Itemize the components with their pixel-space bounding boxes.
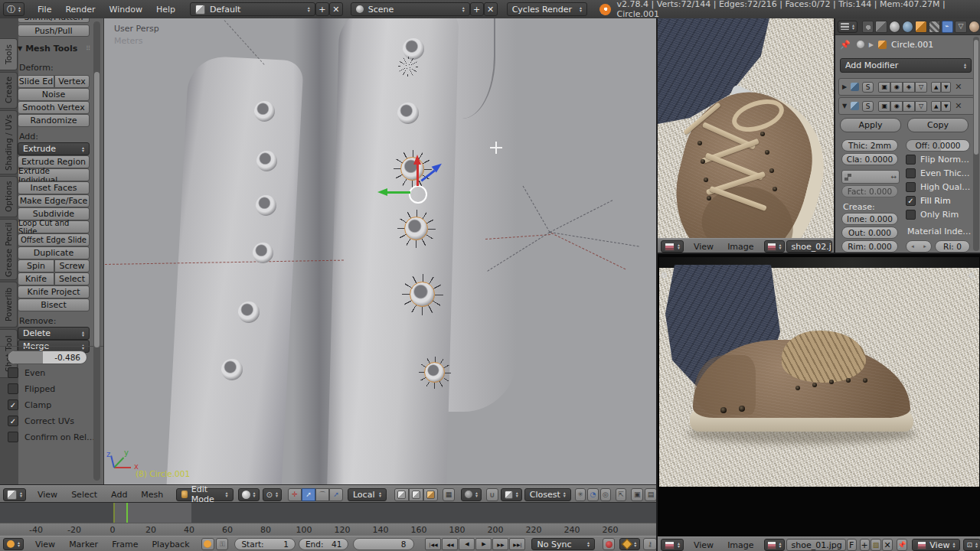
tab-constraints-icon[interactable] [929,21,940,33]
vertex-select-toggle[interactable] [394,488,409,501]
sync-mode-selector[interactable]: No Sync ▴▾ [531,538,595,550]
manipulator-rotate-toggle[interactable]: ⌒ [315,488,329,501]
flipped-checkbox[interactable] [8,383,18,394]
eyelet[interactable] [397,103,419,124]
apply-modifier-button[interactable]: Apply [840,118,901,132]
properties-editor-selector[interactable]: ▴▾ [838,21,858,33]
subsurf-toggle[interactable]: S [862,82,874,93]
extrude-individual-button[interactable]: Extrude Individual [18,168,90,181]
viewport-3d[interactable]: User Persp Meters (8) Circle.001 x y z [103,18,657,485]
move-modifier-down-button[interactable]: ▼ [941,82,951,93]
tab-modifiers-icon[interactable]: ⌁ [942,21,953,33]
fill-rim-row[interactable]: Fill Rim [906,196,973,206]
eyelet[interactable] [221,359,243,380]
cage-toggle[interactable]: ▽ [915,101,927,112]
timeline-menu-view[interactable]: View [28,540,62,549]
add-modifier-dropdown[interactable]: Add Modifier ▴▾ [840,58,972,73]
spin-button[interactable]: Spin [18,259,54,272]
delete-modifier-icon[interactable]: ✕ [955,101,962,111]
knife-project-button[interactable]: Knife Project [18,285,90,298]
cage-toggle[interactable]: ▽ [915,82,927,93]
eyelet[interactable] [256,195,276,216]
render-engine-selector[interactable]: Cycles Render ▴▾ [507,2,587,16]
menu-view[interactable]: View [31,490,64,500]
next-keyframe-button[interactable]: ▶▶ [492,538,508,550]
screw-button[interactable]: Screw [54,259,90,272]
new-image-button[interactable]: + [860,539,870,551]
extrude-dropdown[interactable]: Extrude ▴▾ [18,142,90,155]
shrink-flatten-button[interactable]: Shrink/Flatten [18,18,90,23]
orientation-selector[interactable]: Local ▴▾ [348,488,387,501]
vertex-group-field[interactable]: ↔ [841,170,900,184]
properties-scrollbar[interactable] [973,37,979,251]
arrow-right-icon[interactable]: ▸ [923,243,926,249]
push-pull-button[interactable]: Push/Pull [18,24,90,37]
inset-faces-button[interactable]: Inset Faces [18,181,90,194]
tab-grease-pencil[interactable]: Grease Pencil [0,219,18,280]
image-menu-view[interactable]: View [687,540,720,550]
menu-window[interactable]: Window [103,5,149,15]
randomize-button[interactable]: Randomize [18,114,90,127]
snap-project-toggle[interactable]: ◎ [600,488,611,501]
manipulator-circle[interactable] [409,185,427,204]
slide-edge-button[interactable]: Slide Ed [18,75,54,88]
scene-close-button[interactable]: ✕ [484,2,498,16]
viewport-visibility-toggle[interactable]: ◉ [890,82,903,93]
loop-cut-button[interactable]: Loop Cut and Slide [18,220,90,233]
timeline-menu-marker[interactable]: Marker [62,540,105,549]
pin-image-button[interactable]: 📌 [897,539,908,551]
only-rim-row[interactable]: Only Rim [906,210,973,220]
manipulator-x-axis-arrow[interactable] [415,155,420,187]
confirm-checkbox-row[interactable]: Confirm on Relea… [8,432,103,442]
editmode-visibility-toggle[interactable]: ◈ [903,82,915,93]
fake-user-button[interactable]: F [847,539,857,551]
tab-render-layers-icon[interactable] [875,21,887,33]
viewport-visibility-toggle[interactable]: ◉ [890,101,903,112]
keying-set-selector[interactable]: ▴▾ [619,538,640,550]
edge-select-toggle[interactable] [409,488,423,501]
tab-create[interactable]: Create [0,72,18,109]
flipped-checkbox-row[interactable]: Flipped [8,383,100,394]
knife-select-button[interactable]: Select [54,272,90,285]
factor-field[interactable]: Fact: 0.000 [841,185,898,197]
pin-icon[interactable]: 📌 [840,40,851,50]
use-preview-range-toggle[interactable] [201,538,215,550]
expand-arrow-icon[interactable]: ▶ [842,83,847,90]
eyelet[interactable] [253,243,273,263]
image-menu-image[interactable]: Image [720,540,760,550]
eyelet[interactable] [254,101,275,122]
slide-vertex-button[interactable]: Vertex [54,75,90,88]
tab-powerlib[interactable]: Powerlib [0,282,18,328]
factor-slider[interactable]: -0.486 [8,350,87,364]
manipulator-y-axis-arrow[interactable] [377,189,411,197]
tool-shelf-scrollbar[interactable] [93,21,100,481]
render-visibility-toggle[interactable]: ▣ [878,101,890,112]
timeline-ruler[interactable]: -40 -20 0 20 40 60 80 100 120 140 160 18… [0,523,657,536]
image-name-field[interactable]: shoe_02.jpg [786,240,832,253]
display-view-selector[interactable]: View ▴▾ [912,539,960,551]
image-editor-selector[interactable]: ▴▾ [661,240,684,253]
high-quality-row[interactable]: High Qual… [906,182,973,192]
shoe-mesh-right-flap[interactable] [327,18,459,485]
even-thickness-row[interactable]: Even Thic… [906,168,973,178]
manipulator-scale-toggle[interactable]: ➚ [329,488,343,501]
menu-mesh[interactable]: Mesh [134,490,170,500]
timeline-canvas[interactable] [0,502,657,523]
delete-dropdown[interactable]: Delete ▴▾ [18,327,90,340]
noise-button[interactable]: Noise [18,88,90,101]
even-checkbox[interactable] [8,367,18,378]
snap-self-toggle[interactable]: ✳ [575,488,586,501]
scene-selector[interactable]: Scene ▴▾ [351,2,470,16]
clamp-field[interactable]: Cla: 0.0000 [841,153,898,165]
scrollbar-thumb[interactable] [94,72,100,347]
scene-add-button[interactable]: + [470,2,484,16]
shoe-mesh-left-flap[interactable] [164,55,304,485]
subsurf-toggle[interactable]: S [862,101,874,112]
clamp-checkbox-row[interactable]: Clamp [8,399,100,410]
manipulator-axes-toggle[interactable]: ✛ [288,488,302,501]
image-editor-selector[interactable]: ▴▾ [661,539,684,551]
offset-field[interactable]: Off: 0.0000 [906,139,970,152]
tab-object-icon[interactable] [915,21,926,33]
tab-render-icon[interactable] [862,21,874,33]
duplicate-button[interactable]: Duplicate [18,246,90,259]
